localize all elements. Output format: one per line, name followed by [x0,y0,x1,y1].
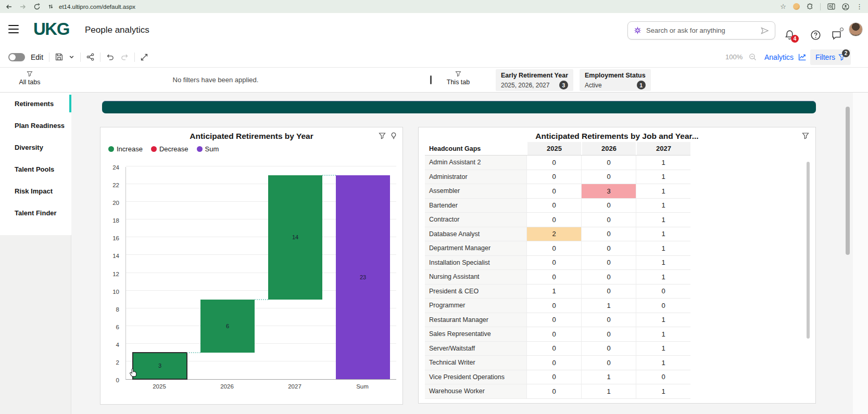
value-cell[interactable]: 1 [636,256,690,270]
row-label[interactable]: Contractor [425,213,526,227]
value-cell[interactable]: 0 [636,370,690,385]
value-cell[interactable]: 0 [526,356,581,370]
feedback-chat-icon[interactable] [831,30,842,41]
filter-chip-early-retirement-year[interactable]: Early Retirement Year2025, 2026, 20273 [496,69,573,91]
value-cell[interactable]: 1 [581,299,636,313]
value-cell[interactable]: 2 [526,227,581,242]
sidebar-item-talent-pools[interactable]: Talent Pools [0,158,71,180]
value-cell[interactable]: 0 [526,270,581,284]
value-cell[interactable]: 1 [636,356,690,370]
sidebar-item-talent-finder[interactable]: Talent Finder [0,202,71,224]
value-cell[interactable]: 1 [636,213,690,227]
browser-reload-icon[interactable] [33,3,41,10]
row-label[interactable]: Warehouse Worker [425,384,526,399]
value-cell[interactable]: 0 [581,241,636,256]
extensions-puzzle-icon[interactable] [807,3,813,10]
value-cell[interactable]: 1 [636,156,690,170]
row-label[interactable]: Programmer [425,299,526,313]
edit-toggle[interactable] [8,53,25,61]
value-cell[interactable]: 0 [526,370,581,385]
row-label[interactable]: Admin Assistant 2 [425,156,526,170]
undo-icon[interactable] [106,54,115,61]
value-cell[interactable]: 0 [581,342,636,356]
save-icon[interactable] [55,53,63,61]
row-label[interactable]: Sales Representative [425,327,526,342]
page-scrollbar[interactable] [846,107,850,255]
bookmark-star-icon[interactable]: ☆ [780,3,786,10]
row-label[interactable]: Administrator [425,170,526,185]
value-cell[interactable]: 0 [526,241,581,256]
extension-avatar-icon[interactable] [793,3,800,10]
search-input[interactable] [646,27,756,34]
help-icon[interactable] [810,30,821,41]
value-cell[interactable]: 0 [581,313,636,328]
filters-button[interactable]: Filters 2 [810,49,851,65]
row-label[interactable]: Restaurant Manager [425,313,526,328]
value-cell[interactable]: 0 [526,299,581,313]
ukg-logo[interactable]: UKG [33,19,69,39]
value-cell[interactable]: 1 [636,227,690,242]
value-cell[interactable]: 0 [581,199,636,213]
value-cell[interactable]: 1 [581,370,636,385]
value-cell[interactable]: 1 [636,384,690,399]
value-cell[interactable]: 1 [526,284,581,299]
chart-filter-icon[interactable] [379,132,386,139]
waterfall-bar-2026[interactable]: 6 [200,300,255,353]
this-tab-filter-scope[interactable]: This tab [440,71,476,86]
value-cell[interactable]: 0 [636,284,690,299]
value-cell[interactable]: 1 [636,327,690,342]
value-cell[interactable]: 0 [526,156,581,170]
redo-icon[interactable] [120,54,129,61]
value-cell[interactable]: 1 [636,270,690,284]
value-cell[interactable]: 0 [581,270,636,284]
save-options-chevron-icon[interactable] [69,54,74,60]
analytics-chart-icon[interactable] [798,53,807,61]
table-scrollbar[interactable] [807,162,810,339]
side-panel-search-icon[interactable] [827,3,835,10]
hamburger-menu-icon[interactable] [8,25,19,33]
url-text[interactable]: et14.ultipro.com/default.aspx [59,4,135,10]
site-info-icon[interactable] [47,3,54,10]
value-cell[interactable]: 1 [636,170,690,185]
analytics-link[interactable]: Analytics [764,53,794,61]
value-cell[interactable]: 0 [581,156,636,170]
value-cell[interactable]: 0 [581,284,636,299]
value-cell[interactable]: 1 [636,313,690,328]
row-label[interactable]: Bartender [425,199,526,213]
row-label[interactable]: Department Manager [425,241,526,256]
value-cell[interactable]: 1 [581,384,636,399]
row-label[interactable]: Assembler [425,184,526,199]
browser-forward-icon[interactable] [19,3,27,10]
value-cell[interactable]: 0 [581,356,636,370]
value-cell[interactable]: 1 [636,342,690,356]
row-label[interactable]: Nursing Assistant [425,270,526,284]
search-bar[interactable] [627,21,775,40]
collapsed-header-strip[interactable] [102,101,816,113]
filter-chip-employment-status[interactable]: Employment StatusActive1 [580,69,651,91]
share-icon[interactable] [86,53,94,61]
row-label[interactable]: Database Analyst [425,227,526,242]
row-label[interactable]: Technical Writer [425,356,526,370]
value-cell[interactable]: 0 [526,256,581,270]
sidebar-item-retirements[interactable]: Retirements [0,93,71,114]
value-cell[interactable]: 0 [526,170,581,185]
table-filter-icon[interactable] [802,132,809,139]
value-cell[interactable]: 0 [636,299,690,313]
insights-lightbulb-icon[interactable] [390,132,397,139]
waterfall-bar-2027[interactable]: 14 [268,175,322,300]
value-cell[interactable]: 0 [526,313,581,328]
waterfall-bar-2025[interactable]: 3 [133,353,187,379]
value-cell[interactable]: 0 [526,184,581,199]
row-label[interactable]: President & CEO [425,284,526,299]
value-cell[interactable]: 0 [581,213,636,227]
value-cell[interactable]: 0 [526,342,581,356]
waterfall-bar-sum[interactable]: 23 [336,175,390,379]
zoom-magnifier-icon[interactable] [749,53,757,61]
sidebar-item-diversity[interactable]: Diversity [0,136,71,158]
browser-back-icon[interactable] [5,3,12,10]
value-cell[interactable]: 0 [581,256,636,270]
value-cell[interactable]: 0 [581,327,636,342]
filter-panel-divider[interactable] [430,75,432,84]
row-label[interactable]: Server/Waitstaff [425,342,526,356]
value-cell[interactable]: 0 [526,327,581,342]
